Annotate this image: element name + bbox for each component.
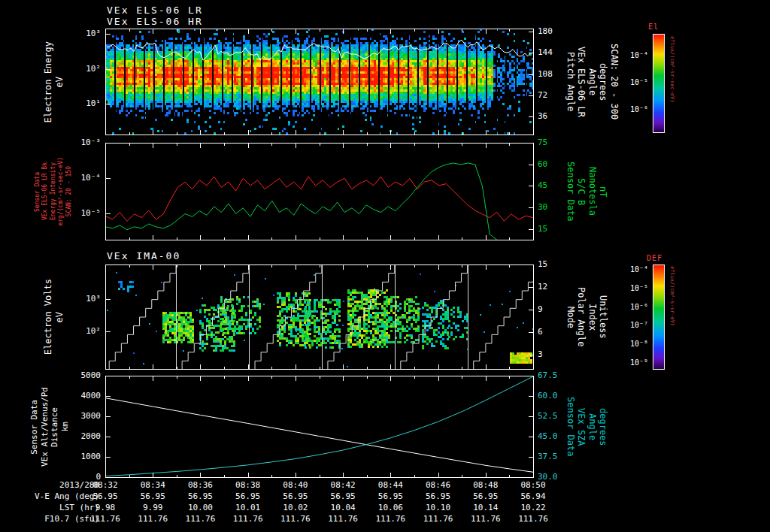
y-axis-tick-label: 10² xyxy=(65,327,101,336)
x-axis-time-label: 08:32 xyxy=(89,480,122,490)
bottom-row-value: 9.98 xyxy=(84,503,126,512)
bottom-row-value: 56.95 xyxy=(369,491,411,501)
panel4-right-label: Sensor DataVEx SZAAngledegrees xyxy=(565,376,608,478)
right-axis-tick-label: 15 xyxy=(538,225,569,234)
panel2-right-label-line: S/C B xyxy=(577,178,587,205)
panel3-yaxis-label-line: Electron Volts xyxy=(44,279,53,355)
bottom-row-value: 56.95 xyxy=(132,491,174,501)
bottom-row-value: 111.76 xyxy=(274,514,317,524)
colorbar1-title: El xyxy=(648,23,659,31)
panel3-yaxis-label-line: eV xyxy=(55,312,65,322)
x-axis-time-label: 08:44 xyxy=(374,480,407,490)
panel1-title-line2: VEx ELS-06 HR xyxy=(107,16,203,27)
y-axis-tick-label: 5000 xyxy=(65,371,101,380)
colorbar-tick-label: 10⁻⁵ xyxy=(615,284,648,293)
bottom-row-value: 111.76 xyxy=(417,514,459,524)
y-axis-tick-label: 3000 xyxy=(65,412,101,421)
bottom-row-value: 56.95 xyxy=(465,491,507,501)
x-axis-time-label: 08:40 xyxy=(279,480,312,490)
right-axis-tick-label: 108 xyxy=(538,70,569,79)
y-axis-tick-label: 2000 xyxy=(65,432,101,441)
colorbar-tick-label: 10⁻⁶ xyxy=(615,303,648,312)
right-axis-tick-label: 45 xyxy=(538,181,569,190)
x-axis-time-label: 08:50 xyxy=(517,480,550,490)
colorbar2-title: DEF xyxy=(647,254,662,262)
y-axis-tick-label: 10³ xyxy=(65,29,101,38)
panel4-yaxis-label-line: VEx Alt/Venus/Pd xyxy=(41,387,50,467)
bottom-row-value: 111.76 xyxy=(369,514,411,524)
panel2-yaxis-label-line: Energy Intensity xyxy=(50,162,56,220)
x-axis-time-label: 08:42 xyxy=(326,480,359,490)
bottom-row-value: 10.06 xyxy=(369,503,411,512)
right-axis-tick-label: 3 xyxy=(538,350,569,359)
panel1-right-label: Pitch AngleVEx ELS-06 LRAngledegreesSCAN… xyxy=(565,29,619,135)
colorbar-tick-label: 10⁻⁷ xyxy=(615,321,648,330)
bottom-row-value: 111.76 xyxy=(179,514,221,524)
panel1-right-label-line: Pitch Angle xyxy=(565,52,575,111)
panel4-yaxis-label-line: Sensor Data xyxy=(30,400,39,455)
right-axis-tick-label: 180 xyxy=(538,27,569,36)
panel3-right-label-line: Index xyxy=(587,304,597,331)
colorbar-tick-label: 10⁻⁴ xyxy=(615,265,648,274)
bottom-row-value: 56.95 xyxy=(179,491,221,501)
y-axis-tick-label: 10² xyxy=(65,65,101,74)
panel2-right-label-line: Nanotesla xyxy=(587,167,597,216)
right-axis-tick-label: 6 xyxy=(538,328,569,337)
intensity-bfield-canvas xyxy=(105,143,534,240)
vex-plot-page: VEx ELS-06 LR VEx ELS-06 HR VEx IMA-00 E… xyxy=(0,0,770,532)
colorbar2-units-label: eflux/(cm²-s-sr-eV) xyxy=(669,266,675,368)
altitude-sza-canvas xyxy=(105,376,534,478)
colorbar-tick-label: 10⁻⁹ xyxy=(615,358,648,367)
panel2-yaxis-label: Sensor DataVEx ELS-06 LR BkEnergy Intens… xyxy=(35,143,72,240)
x-axis-time-label: 08:36 xyxy=(183,480,217,490)
panel2-yaxis-label-line: Sensor Data xyxy=(35,172,41,212)
right-axis-tick-label: 9 xyxy=(538,305,569,314)
bottom-row-value: 111.76 xyxy=(132,514,174,524)
x-axis-time-label: 08:48 xyxy=(469,480,502,490)
colorbar-1 xyxy=(653,34,665,133)
right-axis-tick-label: 67.5 xyxy=(538,371,569,380)
colorbar-tick-label: 10⁻⁸ xyxy=(615,340,648,349)
panel3-right-label: ModePolar AngleIndexUnitless xyxy=(565,264,608,370)
right-axis-tick-label: 52.5 xyxy=(538,412,569,421)
panel4-right-label-line: Sensor Data xyxy=(565,397,575,456)
y-axis-tick-label: 10³ xyxy=(65,295,101,304)
panel3-yaxis-label: Electron VoltseV xyxy=(44,264,64,370)
bottom-row-value: 111.76 xyxy=(84,514,126,524)
bottom-row-value: 56.95 xyxy=(84,491,126,501)
colorbar-tick-label: 10⁻⁴ xyxy=(615,51,648,60)
panel1-title-line1: VEx ELS-06 LR xyxy=(107,5,203,16)
right-axis-tick-label: 45.0 xyxy=(538,432,569,441)
bottom-row-value: 10.04 xyxy=(322,503,364,512)
right-axis-tick-label: 144 xyxy=(538,48,569,57)
bottom-row-value: 56.95 xyxy=(227,491,269,501)
ima-spectrogram-canvas xyxy=(105,264,534,370)
els-spectrogram-canvas xyxy=(105,29,534,135)
panel1-right-label-line: Angle xyxy=(587,68,597,95)
panel2-yaxis-label-line: erg/(cm²-sr-sec-eV) xyxy=(58,157,64,226)
bottom-row-value: 10.10 xyxy=(417,503,459,512)
bottom-row-value: 9.99 xyxy=(132,503,174,512)
panel4-right-label-line: degrees xyxy=(599,408,608,446)
bottom-row-value: 111.76 xyxy=(465,514,507,524)
x-axis-time-label: 08:46 xyxy=(422,480,455,490)
colorbar-tick-label: 10⁻⁵ xyxy=(615,78,648,87)
panel1-yaxis-label-line: Electron Energy xyxy=(44,41,53,122)
panel3-title: VEx IMA-00 xyxy=(107,250,180,261)
bottom-row-value: 10.00 xyxy=(179,503,221,512)
bottom-row-value: 111.76 xyxy=(322,514,364,524)
bottom-row-value: 56.95 xyxy=(322,491,364,501)
panel1-yaxis-label-line: eV xyxy=(55,77,65,87)
right-axis-tick-label: 72 xyxy=(538,91,569,100)
right-axis-tick-label: 30 xyxy=(538,203,569,212)
panel1-yaxis-label: Electron EnergyeV xyxy=(44,29,64,135)
bottom-row-value: 56.95 xyxy=(417,491,459,501)
panel4-yaxis-label: Sensor DataVEx Alt/Venus/PdDistancekm xyxy=(30,376,69,478)
panel2-yaxis-label-line: VEx ELS-06 LR Bk xyxy=(42,162,48,220)
right-axis-tick-label: 36 xyxy=(538,112,569,121)
colorbar-2 xyxy=(653,264,665,370)
panel2-yaxis-label-line: SCAN: 20 - 150 xyxy=(66,166,72,216)
right-axis-tick-label: 60.0 xyxy=(538,391,569,401)
bottom-row-value: 10.22 xyxy=(512,503,554,512)
bottom-row-value: 111.76 xyxy=(512,514,554,524)
